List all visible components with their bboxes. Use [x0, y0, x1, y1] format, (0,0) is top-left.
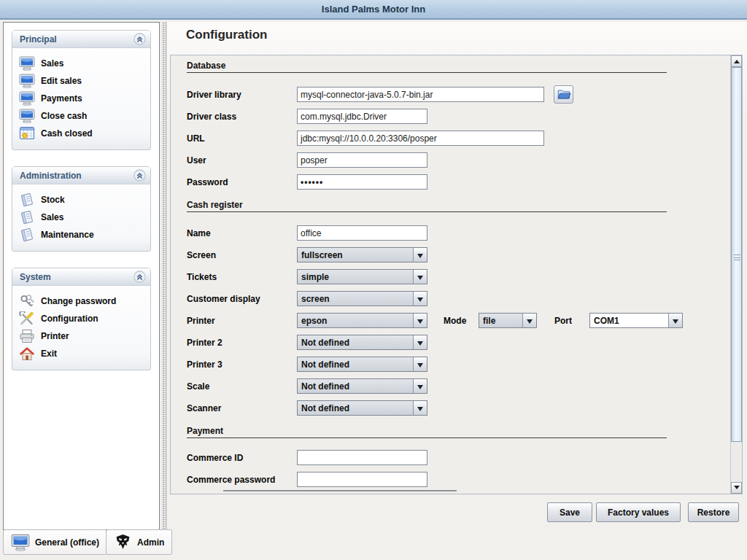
chevron-down-icon[interactable] — [413, 248, 427, 262]
scrollbar-grip — [734, 254, 740, 260]
printer-icon — [19, 329, 35, 343]
chevron-down-icon[interactable] — [413, 401, 427, 415]
scrollbar-thumb[interactable] — [731, 67, 742, 442]
scanner-select[interactable]: Not defined — [297, 400, 427, 416]
section-title: Administration — [20, 171, 133, 181]
url-input[interactable] — [297, 131, 544, 146]
cash-report-icon — [19, 126, 35, 141]
restore-button[interactable]: Restore — [688, 502, 739, 522]
printer2-select[interactable]: Not defined — [297, 335, 427, 350]
sidebar-item-close-cash[interactable]: Close cash — [19, 107, 147, 125]
field-row-printer2: Printer 2 Not defined — [187, 335, 727, 350]
port-select[interactable]: COM1 — [589, 313, 683, 328]
field-row-customer-display: Customer display screen — [187, 291, 727, 306]
sidebar-item-edit-sales[interactable]: Edit sales — [19, 72, 147, 90]
collapse-icon[interactable] — [133, 169, 146, 182]
scale-select[interactable]: Not defined — [297, 378, 427, 394]
triangle-up-icon — [734, 57, 740, 63]
sidebar-item-change-password[interactable]: Change password — [19, 292, 147, 310]
save-button[interactable]: Save — [547, 502, 592, 522]
commerce-password-input[interactable] — [297, 472, 427, 487]
configuration-form: Database Driver library Driver class URL… — [170, 55, 743, 494]
sidebar-item-label: Stock — [41, 195, 65, 205]
section-title: Principal — [20, 34, 133, 44]
commerce-password-label: Commerce password — [187, 475, 275, 485]
chevron-down-icon[interactable] — [522, 314, 536, 327]
section-title-database: Database — [187, 61, 225, 71]
chevron-down-icon[interactable] — [413, 357, 427, 371]
browse-driver-button[interactable] — [554, 85, 573, 104]
section-title-payment: Payment — [187, 426, 223, 436]
home-icon — [19, 346, 35, 361]
customer-display-select[interactable]: screen — [297, 291, 427, 306]
sidebar-item-maintenance[interactable]: Maintenance — [19, 226, 147, 244]
field-row-commerce-id: Commerce ID — [187, 450, 727, 465]
sidebar-item-admin-sales[interactable]: Sales — [19, 209, 147, 226]
mode-select[interactable]: file — [479, 313, 537, 328]
monitor-icon — [19, 74, 35, 88]
field-row-commerce-password: Commerce password — [187, 472, 727, 487]
factory-values-button[interactable]: Factory values — [596, 502, 681, 522]
user-input[interactable] — [297, 152, 427, 168]
section-divider — [187, 211, 667, 212]
scrolled-content-peek — [223, 490, 457, 491]
driver-library-input[interactable] — [297, 87, 544, 102]
port-label: Port — [554, 316, 572, 326]
section-header-principal[interactable]: Principal — [12, 31, 150, 48]
printer3-select[interactable]: Not defined — [297, 357, 427, 372]
collapse-icon[interactable] — [133, 33, 146, 45]
chevron-down-icon[interactable] — [668, 314, 682, 327]
password-label: Password — [187, 177, 228, 187]
monitor-icon — [19, 91, 35, 106]
printer3-label: Printer 3 — [187, 359, 222, 370]
section-title-cash-register: Cash register — [187, 200, 243, 210]
name-input[interactable] — [297, 225, 427, 241]
sidebar-item-sales[interactable]: Sales — [19, 55, 147, 72]
sidebar-item-payments[interactable]: Payments — [19, 90, 147, 107]
field-row-printer3: Printer 3 Not defined — [187, 357, 727, 372]
chevron-down-icon[interactable] — [413, 314, 427, 327]
screen-select[interactable]: fullscreen — [297, 247, 427, 262]
sidebar-item-configuration[interactable]: Configuration — [19, 310, 147, 327]
sidebar-item-label: Configuration — [41, 314, 98, 324]
sidebar-item-label: Edit sales — [41, 76, 82, 86]
tickets-label: Tickets — [187, 272, 217, 282]
driver-class-input[interactable] — [297, 109, 427, 124]
driver-library-label: Driver library — [187, 90, 241, 100]
user-name: Admin — [137, 537, 164, 548]
tickets-select[interactable]: simple — [297, 269, 427, 284]
scroll-up-button[interactable] — [731, 55, 742, 67]
admin-user-icon — [114, 534, 132, 551]
status-register-chip[interactable]: General (office) — [3, 529, 107, 555]
field-row-password: Password — [187, 174, 727, 190]
commerce-id-label: Commerce ID — [187, 453, 243, 463]
sidebar-item-label: Cash closed — [41, 128, 93, 139]
section-header-administration[interactable]: Administration — [12, 167, 150, 184]
sidebar-item-cash-closed[interactable]: Cash closed — [19, 125, 147, 142]
chevron-down-icon[interactable] — [413, 379, 427, 393]
scroll-down-button[interactable] — [731, 482, 742, 494]
customer-display-label: Customer display — [187, 294, 260, 304]
chevron-down-icon[interactable] — [413, 292, 427, 306]
sidebar-item-label: Close cash — [41, 111, 87, 121]
chevron-down-icon[interactable] — [413, 335, 427, 349]
page-title: Configuration — [186, 28, 267, 42]
field-row-printer: Printer epson Mode file Port COM1 — [187, 313, 727, 328]
sidebar-item-exit[interactable]: Exit — [19, 345, 147, 362]
section-header-system[interactable]: System — [12, 268, 150, 286]
sidebar-section-principal: Principal Sales Edit sales Payments Clos… — [12, 30, 151, 150]
password-input[interactable] — [297, 174, 427, 190]
chevron-down-icon[interactable] — [413, 270, 427, 284]
tools-icon — [19, 311, 35, 326]
section-divider — [187, 72, 667, 73]
sidebar-splitter[interactable] — [162, 22, 167, 530]
commerce-id-input[interactable] — [297, 450, 427, 465]
field-row-driver-class: Driver class — [187, 109, 727, 124]
sidebar-item-label: Sales — [41, 212, 63, 222]
status-user-chip[interactable]: Admin — [106, 529, 172, 555]
printer-select[interactable]: epson — [297, 313, 427, 328]
sidebar-item-stock[interactable]: Stock — [19, 191, 147, 209]
form-scrollbar[interactable] — [730, 55, 742, 494]
sidebar-item-printer[interactable]: Printer — [19, 327, 147, 345]
collapse-icon[interactable] — [133, 271, 146, 283]
